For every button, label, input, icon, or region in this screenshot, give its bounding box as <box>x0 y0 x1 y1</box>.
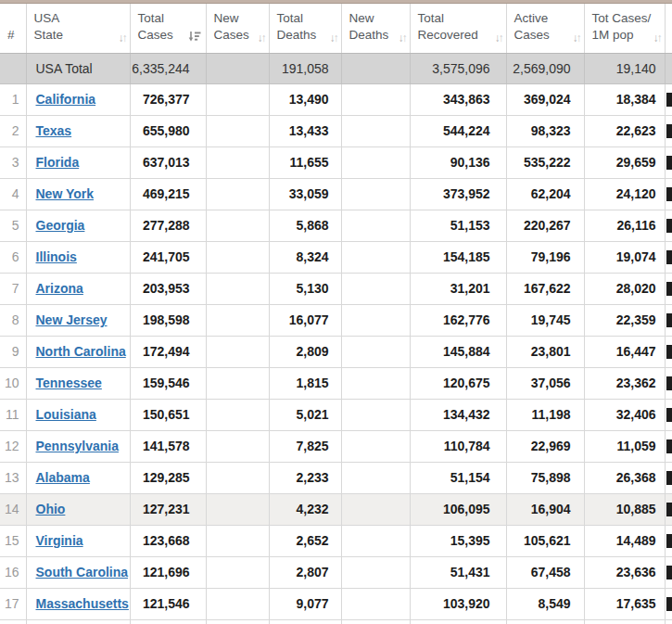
table-row: 3 Florida 637,013 11,655 90,136 535,222 … <box>0 146 672 178</box>
active-cases-cell: 75,898 <box>506 462 584 493</box>
active-cases-cell: 16,904 <box>506 493 584 525</box>
sort-both-icon: ↓↑ <box>653 32 661 44</box>
state-link[interactable]: California <box>36 92 96 107</box>
state-link[interactable]: Massachusetts <box>36 596 129 611</box>
state-link[interactable]: Florida <box>36 155 80 170</box>
clipped-cell <box>665 336 672 367</box>
state-cell: Ohio <box>26 493 130 525</box>
state-cell: New Jersey <box>26 304 130 336</box>
state-link[interactable]: New York <box>36 186 95 201</box>
rank-cell: 11 <box>0 399 26 430</box>
state-cell: California <box>26 83 130 115</box>
cases-per-1m-cell: 22,359 <box>584 304 665 336</box>
column-label: # <box>7 27 20 44</box>
new-cases-cell <box>206 273 269 304</box>
clipped-next-column-glyph <box>666 124 672 138</box>
column-header-total-recovered[interactable]: Total Recovered ↓↑ <box>410 4 506 53</box>
state-link[interactable]: Pennsylvania <box>36 439 120 453</box>
state-cell: Louisiana <box>26 399 130 430</box>
state-link[interactable]: Virginia <box>36 533 83 548</box>
rank-cell: 2 <box>0 115 26 146</box>
state-cell: Illinois <box>26 241 130 273</box>
total-deaths-cell: 11,655 <box>269 146 341 178</box>
total-cases-cell: 637,013 <box>130 146 206 178</box>
column-header-rank: # <box>0 4 26 53</box>
rank-cell: 12 <box>0 430 26 462</box>
sort-both-icon: ↓↑ <box>399 32 406 44</box>
clipped-cell <box>665 53 672 83</box>
new-deaths-cell <box>341 178 410 210</box>
clipped-cell <box>665 430 672 462</box>
total-recovered-cell: 51,431 <box>410 556 506 588</box>
clipped-next-column-glyph <box>666 566 672 579</box>
new-cases-cell <box>206 556 269 588</box>
state-cell: Pennsylvania <box>26 430 130 462</box>
column-header-state[interactable]: USA State ↓↑ <box>26 4 130 53</box>
new-deaths-cell <box>341 83 410 115</box>
new-deaths-cell <box>341 336 410 367</box>
rank-cell: 9 <box>0 336 26 367</box>
new-cases-cell <box>206 336 269 367</box>
column-header-new-deaths[interactable]: New Deaths ↓↑ <box>341 4 410 53</box>
state-link[interactable]: Louisiana <box>36 407 96 422</box>
column-header-active-cases[interactable]: Active Cases ↓↑ <box>506 4 584 53</box>
state-link[interactable]: North Carolina <box>36 344 126 359</box>
cases-per-1m-cell: 18,384 <box>584 83 665 115</box>
column-header-total-cases[interactable]: Total Cases <box>130 4 206 53</box>
column-header-new-cases[interactable]: New Cases ↓↑ <box>206 4 269 53</box>
clipped-cell <box>665 210 672 241</box>
state-link[interactable]: Tennessee <box>36 376 102 390</box>
total-deaths-cell: 4,232 <box>269 493 341 525</box>
state-link[interactable]: Alabama <box>36 470 90 485</box>
state-link[interactable]: Illinois <box>36 249 77 264</box>
total-deaths-cell: 7,825 <box>269 430 341 462</box>
clipped-next-column-glyph <box>666 219 672 233</box>
total-cases-cell: 127,231 <box>130 493 206 525</box>
cases-per-1m-cell: 28,020 <box>584 273 665 304</box>
column-header-cases-per-1m[interactable]: Tot Cases/ 1M pop ↓↑ <box>584 4 665 53</box>
state-cell: Tennessee <box>26 367 130 399</box>
partial-next-row <box>0 619 672 624</box>
active-cases-cell: 2,569,090 <box>506 53 584 83</box>
column-label: USA State <box>34 10 77 44</box>
rank-cell: 3 <box>0 146 26 178</box>
state-link[interactable]: Arizona <box>36 281 83 296</box>
active-cases-cell: 98,323 <box>506 115 584 146</box>
clipped-next-column-glyph <box>666 597 672 611</box>
total-recovered-cell: 15,395 <box>410 525 506 556</box>
new-cases-cell <box>206 462 269 493</box>
rank-cell: 8 <box>0 304 26 336</box>
total-cases-cell: 655,980 <box>130 115 206 146</box>
total-deaths-cell: 33,059 <box>269 178 341 210</box>
rank-cell: 6 <box>0 241 26 273</box>
new-cases-cell <box>206 493 269 525</box>
clipped-next-column-glyph <box>666 471 672 485</box>
new-deaths-cell <box>341 367 410 399</box>
total-deaths-cell: 5,021 <box>269 399 341 430</box>
sort-both-icon: ↓↑ <box>330 32 337 44</box>
active-cases-cell: 369,024 <box>506 83 584 115</box>
state-link[interactable]: Texas <box>36 123 72 138</box>
table-row: 13 Alabama 129,285 2,233 51,154 75,898 2… <box>0 462 672 493</box>
column-header-total-deaths[interactable]: Total Deaths ↓↑ <box>269 4 341 53</box>
table-row: 11 Louisiana 150,651 5,021 134,432 11,19… <box>0 399 672 430</box>
total-recovered-cell: 145,884 <box>410 336 506 367</box>
state-link[interactable]: Ohio <box>36 502 66 516</box>
clipped-cell <box>665 525 672 556</box>
active-cases-cell: 11,198 <box>506 399 584 430</box>
clipped-cell <box>665 588 672 619</box>
total-recovered-cell: 51,154 <box>410 462 506 493</box>
clipped-cell <box>665 493 672 525</box>
total-deaths-cell: 2,809 <box>269 336 341 367</box>
new-cases-cell <box>206 115 269 146</box>
state-cell: Alabama <box>26 462 130 493</box>
total-recovered-cell: 154,185 <box>410 241 506 273</box>
cases-per-1m-cell: 17,635 <box>584 588 665 619</box>
table-row: 12 Pennsylvania 141,578 7,825 110,784 22… <box>0 430 672 462</box>
state-link[interactable]: New Jersey <box>36 312 108 327</box>
state-link[interactable]: South Carolina <box>36 565 129 579</box>
new-cases-cell <box>206 53 269 83</box>
rank-cell: 1 <box>0 83 26 115</box>
state-link[interactable]: Georgia <box>36 218 85 233</box>
state-cell: Virginia <box>26 525 130 556</box>
